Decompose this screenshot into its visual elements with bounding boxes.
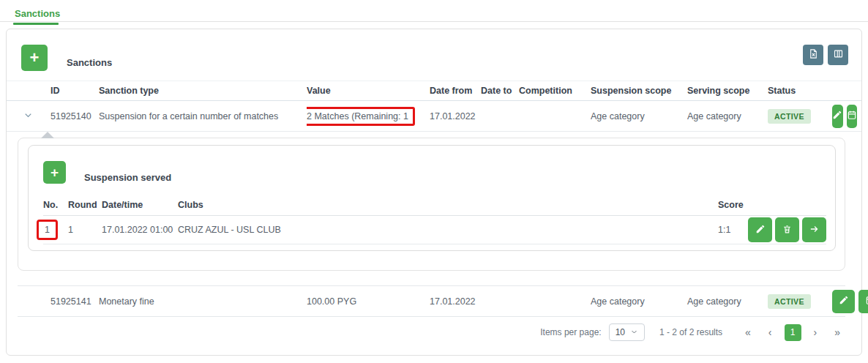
col-header-score: Score [680,200,736,210]
cell-no: 1 [45,225,50,235]
col-header-status: Status [768,86,832,96]
pagination-bar: Items per page: 10 1 - 2 of 2 results « … [7,317,845,348]
no-annotation-box: 1 [37,220,58,240]
col-header-date-to: Date to [481,86,519,96]
card-toolbar [803,45,848,65]
table-row[interactable]: 51925140 Suspension for a certain number… [7,101,861,132]
cell-suspension-scope: Age category [591,296,687,307]
cell-datetime: 17.01.2022 01:00 [102,225,178,235]
card-title: Sanctions [67,57,112,68]
sub-table-row: 1 1 17.01.2022 01:00 CRUZ AZUL - USL CLU… [43,216,826,244]
prev-page-button[interactable]: ‹ [763,325,777,340]
matches-served-button[interactable] [858,290,868,313]
cell-value: 2 Matches (Remaining: 1 [307,111,408,121]
add-suspension-served-button[interactable]: + [43,161,66,184]
row-expander[interactable] [7,110,50,123]
sub-panel-header: + Suspension served [43,146,826,194]
toggle-columns-button[interactable] [828,45,848,65]
next-page-button[interactable]: › [809,325,823,340]
edit-sanction-button[interactable] [832,105,843,128]
calendar-icon [847,110,857,122]
chevron-down-icon [23,110,34,123]
sub-table-header: No. Round Date/time Clubs Score [43,194,826,216]
status-badge: ACTIVE [768,109,811,124]
items-per-page-label: Items per page: [540,327,601,337]
col-header-datetime: Date/time [102,200,178,210]
row-actions [832,105,861,128]
plus-icon: + [50,165,59,181]
cell-sanction-type: Suspension for a certain number of match… [99,111,307,121]
col-header-value: Value [307,86,430,96]
sub-panel-title: Suspension served [84,172,171,183]
cell-date-from: 17.01.2022 [430,296,481,307]
edit-sanction-button[interactable] [832,290,855,313]
sanctions-card: + Sanctions ID Sanction [6,29,862,356]
first-page-button[interactable]: « [740,325,756,340]
delete-match-button[interactable] [775,217,799,242]
row-actions [832,290,868,313]
pencil-icon [839,295,849,307]
columns-icon [833,48,844,61]
panel-caret [41,132,54,138]
edit-match-button[interactable] [748,217,772,242]
cell-clubs: CRUZ AZUL - USL CLUB [178,225,680,235]
file-excel-icon [808,48,819,61]
cell-date-from: 17.01.2022 [430,111,481,121]
cell-serving-scope: Age category [687,296,768,307]
col-header-clubs: Clubs [178,200,680,210]
tab-active-underline [13,23,59,25]
tab-sanctions-label: Sanctions [13,8,61,23]
table-row[interactable]: 51925141 Monetary fine 100.00 PYG 17.01.… [18,286,845,316]
pencil-icon [832,110,842,122]
col-header-sanction-type: Sanction type [99,86,307,96]
col-header-date-from: Date from [430,86,481,96]
col-header-competition: Competition [519,86,591,96]
calendar-icon [865,295,868,307]
page-1-button[interactable]: 1 [785,324,801,341]
status-badge: ACTIVE [768,294,811,309]
col-header-suspension-scope: Suspension scope [591,86,687,96]
add-sanction-button[interactable]: + [21,45,48,71]
table-row-wrapper: 51925141 Monetary fine 100.00 PYG 17.01.… [18,285,845,317]
tab-bar: Sanctions [0,0,868,22]
last-page-button[interactable]: » [829,325,845,340]
col-header-serving-scope: Serving scope [687,86,768,96]
cell-serving-scope: Age category [687,111,768,121]
arrow-right-icon [809,224,820,236]
value-annotation-box: 2 Matches (Remaining: 1 [307,107,415,126]
col-header-no: No. [43,200,68,210]
results-count: 1 - 2 of 2 results [659,327,722,337]
plus-icon: + [30,48,40,67]
main-table-header: ID Sanction type Value Date from Date to… [7,81,861,101]
cell-id: 51925140 [50,111,99,121]
col-header-id: ID [50,86,99,96]
suspension-served-panel: + Suspension served No. Round Date/time … [28,145,836,251]
items-per-page-value: 10 [616,327,625,337]
card-header: + Sanctions [7,29,861,81]
cell-score: 1:1 [680,225,736,235]
expanded-detail-panel: + Suspension served No. Round Date/time … [18,138,845,271]
pencil-icon [755,224,766,236]
goto-match-button[interactable] [802,217,826,242]
cell-sanction-type: Monetary fine [99,296,307,307]
trash-icon [782,224,792,236]
cell-suspension-scope: Age category [591,111,687,121]
tab-sanctions[interactable]: Sanctions [13,7,61,25]
cell-id: 51925141 [50,296,99,307]
export-excel-button[interactable] [803,45,823,65]
cell-round: 1 [68,225,102,235]
matches-served-button[interactable] [847,105,858,128]
sub-row-actions [736,217,826,242]
chevron-down-icon [630,327,638,337]
cell-value: 100.00 PYG [307,296,430,307]
col-header-round: Round [68,200,102,210]
items-per-page-select[interactable]: 10 [609,323,645,341]
